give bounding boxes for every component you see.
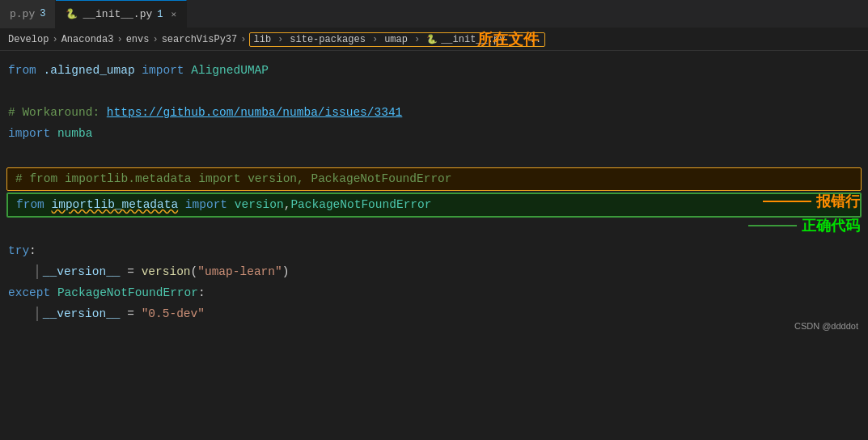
error-line-annotation: 报错行 [763, 190, 860, 214]
func-version: version [142, 263, 191, 281]
kw-import-1: import [142, 61, 184, 80]
tab-bar: p.py 3 🐍 __init__.py 1 ✕ 所在文件 [0, 0, 868, 28]
breadcrumb-python-icon: 🐍 [426, 34, 438, 44]
module-numba: numba [57, 125, 93, 143]
breadcrumb: Develop › Anaconda3 › envs › searchVisPy… [0, 28, 868, 51]
code-line-10-version-assign: __version__ = version ( "umap-learn" ) [0, 261, 868, 282]
code-line-12-version-fallback: __version__ = "0.5-dev" [0, 303, 868, 324]
comment-error-line: # from importlib.metadata import version… [15, 170, 452, 188]
code-line-3-comment: # Workaround: https://github.com/numba/n… [0, 103, 868, 124]
tab-close-button[interactable]: ✕ [171, 9, 176, 19]
python-icon: 🐍 [66, 8, 78, 20]
code-line-5-empty [0, 145, 868, 166]
code-line-11-except: except PackageNotFoundError : [0, 282, 868, 303]
code-line-7-correct: from importlib_metadata import version ,… [6, 192, 862, 218]
tab-init-py-badge: 1 [157, 9, 163, 20]
tab-init-py-label: __init__.py [83, 8, 152, 20]
code-line-6-error: # from importlib.metadata import version… [6, 167, 862, 191]
dunder-version-1: __version__ [43, 263, 121, 281]
module-aligned-umap: .aligned_umap [44, 61, 135, 80]
tab-p-py-label: p.py [10, 8, 35, 20]
error-line-label: 报错行 [816, 190, 860, 214]
code-line-1: from .aligned_umap import AlignedUMAP [0, 61, 868, 82]
correct-code-label: 正确代码 [802, 214, 860, 238]
tab-p-py[interactable]: p.py 3 [0, 0, 56, 28]
kw-import-correct: import [185, 196, 227, 214]
tab-init-py[interactable]: 🐍 __init__.py 1 ✕ [56, 0, 187, 28]
breadcrumb-develop: Develop [8, 34, 49, 45]
indent-bar-10 [36, 264, 38, 279]
dunder-version-2: __version__ [43, 305, 121, 324]
correct-arrow-line [748, 225, 797, 226]
import-version: version [235, 196, 284, 214]
kw-except: except [8, 284, 50, 302]
import-pkg-not-found: PackageNotFoundError [290, 196, 431, 214]
breadcrumb-envs: envs [126, 34, 150, 45]
code-line-9-try: try : [0, 240, 868, 261]
tab-p-py-badge: 3 [40, 8, 45, 19]
breadcrumb-umap: umap [384, 34, 408, 45]
kw-import-2: import [8, 125, 50, 143]
comment-workaround: # Workaround: [8, 104, 107, 122]
breadcrumb-searchvispy37: searchVisPy37 [162, 34, 238, 45]
breadcrumb-anaconda3: Anaconda3 [61, 34, 114, 45]
string-umap-learn: "umap-learn" [197, 263, 282, 281]
breadcrumb-site-packages: site-packages [290, 34, 366, 45]
code-line-8-empty [0, 219, 868, 240]
class-alignedumap: AlignedUMAP [191, 61, 269, 80]
code-line-2-empty [0, 82, 868, 103]
breadcrumb-lib: lib [253, 34, 271, 45]
code-line-4-import-numba: import numba [0, 124, 868, 145]
footer: CSDN @ddddot [794, 321, 858, 331]
correct-code-annotation: 正确代码 [748, 214, 860, 238]
string-version-dev: "0.5-dev" [142, 305, 205, 324]
file-annotation-label: 所在文件 [477, 29, 539, 50]
footer-text: CSDN @ddddot [794, 321, 858, 331]
comment-link: https://github.com/numba/numba/issues/33… [107, 104, 402, 122]
code-area: from .aligned_umap import AlignedUMAP # … [0, 51, 868, 334]
indent-bar-12 [36, 307, 38, 321]
kw-from-correct: from [16, 196, 44, 214]
class-pkg-not-found-error: PackageNotFoundError [57, 284, 198, 302]
kw-from-1: from [8, 61, 36, 80]
error-arrow-line [763, 201, 811, 202]
kw-try: try [8, 242, 29, 260]
module-importlib-metadata: importlib_metadata [52, 196, 179, 214]
